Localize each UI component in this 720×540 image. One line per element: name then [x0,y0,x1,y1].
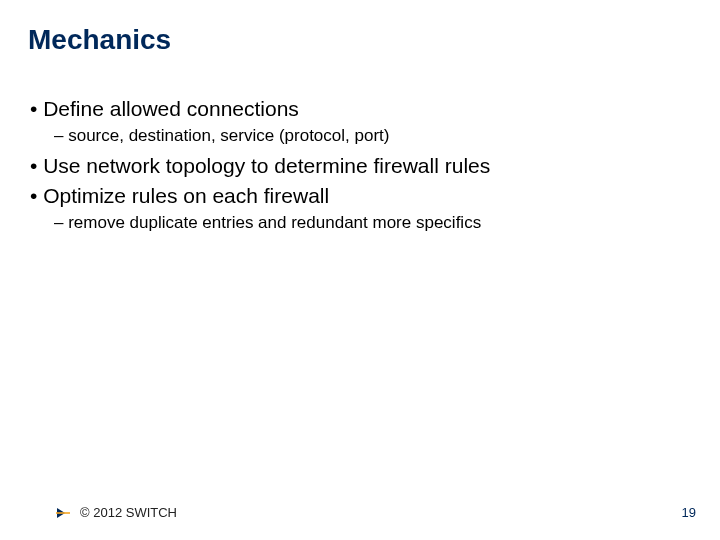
bullet-list: Define allowed connections source, desti… [30,96,692,234]
slide: Mechanics Define allowed connections sou… [0,0,720,540]
bullet-level1: Define allowed connections [30,96,692,122]
page-number: 19 [682,505,696,520]
footer: © 2012 SWITCH 19 [0,498,720,520]
bullet-level1: Optimize rules on each firewall [30,183,692,209]
bullet-level2: source, destination, service (protocol, … [54,125,692,147]
slide-title: Mechanics [28,24,692,56]
bullet-level1: Use network topology to determine firewa… [30,153,692,179]
svg-rect-1 [56,512,70,514]
bullet-level2: remove duplicate entries and redundant m… [54,212,692,234]
copyright-text: © 2012 SWITCH [80,505,177,520]
switch-logo-icon [56,506,70,520]
